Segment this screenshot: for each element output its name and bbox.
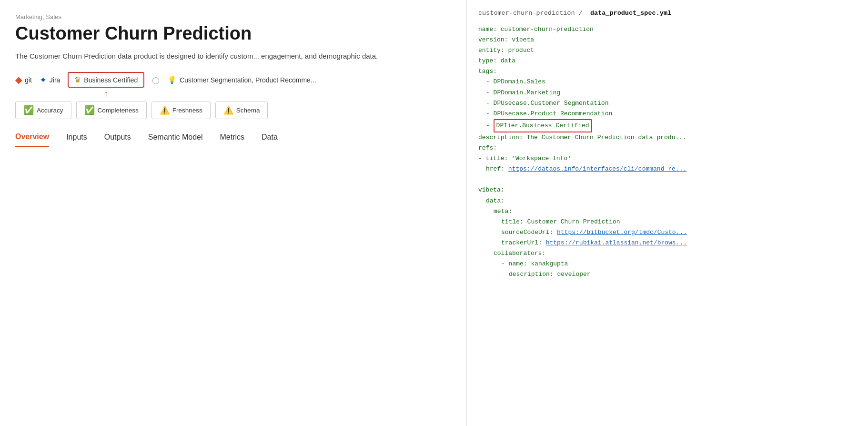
- yaml-line: - DPUsecase.Customer Segmentation: [478, 98, 857, 109]
- page-title: Customer Churn Prediction: [15, 23, 451, 44]
- yaml-line: collaborators:: [478, 248, 857, 259]
- jira-tag[interactable]: ✦ Jira: [40, 75, 61, 85]
- tracker-url-link[interactable]: https://rubikai.atlassian.net/brows...: [546, 239, 687, 246]
- git-icon: ◆: [15, 75, 22, 85]
- quality-schema[interactable]: ⚠️ Schema: [215, 101, 268, 119]
- check-icon-completeness: ✅: [84, 105, 95, 115]
- tab-data[interactable]: Data: [262, 133, 278, 146]
- yaml-breadcrumb-file: data_product_spec.yml: [590, 10, 671, 17]
- arrow-indicator: ↑: [104, 90, 108, 98]
- yaml-line: - DPDomain.Marketing: [478, 88, 857, 98]
- yaml-line: name: customer-churn-prediction: [478, 24, 857, 35]
- tab-inputs[interactable]: Inputs: [66, 133, 87, 146]
- yaml-line: - name: kanakgupta: [478, 259, 857, 269]
- workspace-info-link[interactable]: https://dataos.info/interfaces/cli/comma…: [508, 165, 686, 172]
- schema-label: Schema: [236, 107, 260, 114]
- yaml-line: sourceCodeUrl: https://bitbucket.org/tmd…: [478, 227, 857, 238]
- yaml-line: type: data: [478, 56, 857, 66]
- business-certified-wrapper: ♛ Business Certified ↑: [68, 72, 144, 88]
- warn-icon-freshness: ⚠️: [160, 105, 170, 115]
- accuracy-label: Accuracy: [37, 107, 63, 114]
- jira-icon: ✦: [40, 75, 47, 85]
- warn-icon-schema: ⚠️: [223, 105, 233, 115]
- yaml-line: tags:: [478, 66, 857, 77]
- business-certified-tag[interactable]: ♛ Business Certified: [68, 72, 144, 88]
- quality-row: ✅ Accuracy ✅ Completeness ⚠️ Freshness ⚠…: [15, 101, 451, 119]
- crown-icon: ♛: [74, 75, 81, 84]
- source-code-link[interactable]: https://bitbucket.org/tmdc/Custo...: [557, 229, 687, 236]
- tab-metrics[interactable]: Metrics: [220, 133, 245, 146]
- git-label: git: [25, 76, 32, 84]
- yaml-line: title: Customer Churn Prediction: [478, 217, 857, 227]
- completeness-label: Completeness: [98, 107, 139, 114]
- left-panel: Marketing, Sales Customer Churn Predicti…: [0, 0, 467, 426]
- yaml-line: - DPUsecase.Product Recommendation: [478, 109, 857, 119]
- breadcrumb: Marketing, Sales: [15, 13, 451, 20]
- tab-semantic-model[interactable]: Semantic Model: [148, 133, 203, 146]
- yaml-line: entity: product: [478, 45, 857, 56]
- tab-outputs[interactable]: Outputs: [104, 133, 131, 146]
- yaml-line: refs:: [478, 143, 857, 153]
- yaml-line: description: developer: [478, 269, 857, 280]
- jira-label: Jira: [50, 76, 61, 84]
- right-panel: customer-churn-prediction / data_product…: [467, 0, 868, 426]
- check-icon-accuracy: ✅: [23, 105, 34, 115]
- use-case-tag[interactable]: 💡 Customer Segmentation, Product Recomme…: [167, 75, 316, 84]
- bulb-icon: 💡: [167, 75, 177, 84]
- business-certified-label: Business Certified: [84, 76, 138, 84]
- use-case-label: Customer Segmentation, Product Recomme..…: [180, 76, 316, 84]
- tab-overview[interactable]: Overview: [15, 132, 49, 147]
- yaml-breadcrumb-path: customer-churn-prediction /: [478, 10, 583, 17]
- yaml-line: trackerUrl: https://rubikai.atlassian.ne…: [478, 238, 857, 248]
- yaml-line: version: v1beta: [478, 35, 857, 45]
- yaml-line: v1beta:: [478, 185, 857, 195]
- yaml-dptier-line: - DPTier.Business Certified: [478, 119, 857, 132]
- yaml-line: data:: [478, 196, 857, 206]
- tags-row: ◆ git ✦ Jira ♛ Business Certified ↑ ◯ 💡 …: [15, 72, 451, 88]
- yaml-header: customer-churn-prediction / data_product…: [478, 10, 857, 17]
- yaml-content: name: customer-churn-prediction version:…: [478, 24, 857, 280]
- yaml-line: - title: 'Workspace Info': [478, 153, 857, 164]
- description: The Customer Churn Prediction data produ…: [15, 51, 451, 62]
- yaml-line: description: The Customer Churn Predicti…: [478, 132, 857, 143]
- tag-separator: ◯: [152, 76, 160, 84]
- yaml-line: href: https://dataos.info/interfaces/cli…: [478, 164, 857, 174]
- yaml-line: meta:: [478, 206, 857, 217]
- nav-tabs: Overview Inputs Outputs Semantic Model M…: [15, 132, 451, 147]
- quality-freshness[interactable]: ⚠️ Freshness: [151, 101, 211, 119]
- yaml-line: [478, 174, 857, 185]
- git-tag[interactable]: ◆ git: [15, 75, 32, 85]
- quality-accuracy[interactable]: ✅ Accuracy: [15, 101, 71, 119]
- quality-completeness[interactable]: ✅ Completeness: [76, 101, 147, 119]
- yaml-line: - DPDomain.Sales: [478, 77, 857, 87]
- yaml-dptier-highlight: DPTier.Business Certified: [494, 119, 592, 132]
- freshness-label: Freshness: [172, 107, 202, 114]
